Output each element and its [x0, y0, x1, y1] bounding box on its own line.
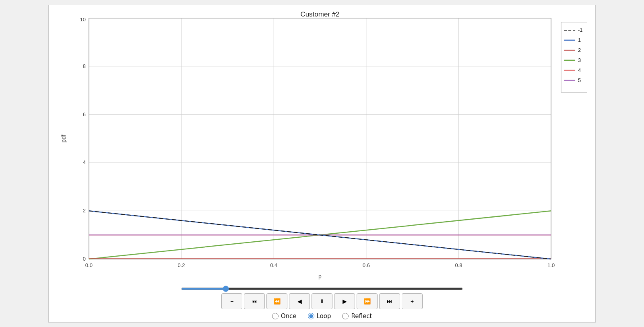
step-back-button[interactable]: ⏪	[266, 293, 287, 309]
radio-once-label: Once	[281, 313, 297, 320]
radio-option-loop[interactable]: Loop	[308, 313, 331, 320]
y-axis-label: pdf	[60, 134, 67, 142]
x-tick-0.0: 0.0	[85, 262, 93, 268]
play-button[interactable]: ▶	[334, 293, 355, 309]
radio-loop-label: Loop	[317, 313, 331, 320]
radio-once[interactable]	[272, 313, 279, 319]
y-tick-8: 8	[83, 63, 86, 69]
chart-area: Customer #2 pdf p 0 2 4 6 8 10 0.0 0.2	[57, 9, 587, 284]
x-tick-0.4: 0.4	[270, 262, 277, 268]
svg-rect-0	[89, 18, 551, 259]
legend-2: 2	[578, 47, 581, 53]
x-tick-0.6: 0.6	[363, 262, 370, 268]
minus-button[interactable]: −	[221, 293, 242, 309]
skip-to-start-button[interactable]: ⏮	[244, 293, 265, 309]
legend-neg1: -1	[578, 27, 583, 33]
step-forward-button[interactable]: ⏩	[357, 293, 378, 309]
legend-1: 1	[578, 37, 581, 43]
chart-svg: Customer #2 pdf p 0 2 4 6 8 10 0.0 0.2	[57, 9, 587, 284]
radio-reflect-label: Reflect	[351, 313, 372, 320]
slider-container	[181, 288, 463, 290]
y-tick-0: 0	[83, 256, 86, 262]
radio-row: Once Loop Reflect	[272, 313, 372, 320]
y-tick-10: 10	[80, 16, 85, 22]
svg-rect-14	[561, 22, 587, 92]
chart-title: Customer #2	[300, 10, 339, 18]
plus-button[interactable]: +	[402, 293, 423, 309]
legend-5: 5	[578, 77, 581, 83]
x-tick-0.8: 0.8	[455, 262, 462, 268]
legend-4: 4	[578, 67, 581, 73]
controls-area: − ⏮ ⏪ ◀ ⏸ ▶ ⏩ ⏭ + Once Loop Reflect	[57, 284, 587, 320]
legend-3: 3	[578, 57, 581, 63]
pause-button[interactable]: ⏸	[312, 293, 332, 309]
x-tick-1.0: 1.0	[547, 262, 555, 268]
radio-option-reflect[interactable]: Reflect	[342, 313, 372, 320]
radio-loop[interactable]	[308, 313, 314, 319]
animation-slider[interactable]	[181, 288, 463, 290]
back-button[interactable]: ◀	[289, 293, 310, 309]
radio-reflect[interactable]	[342, 313, 349, 319]
main-container: Customer #2 pdf p 0 2 4 6 8 10 0.0 0.2	[48, 5, 596, 323]
x-axis-label: p	[318, 273, 322, 279]
skip-to-end-button[interactable]: ⏭	[379, 293, 400, 309]
y-tick-2: 2	[83, 208, 86, 214]
y-tick-4: 4	[83, 159, 86, 165]
y-tick-6: 6	[83, 111, 86, 117]
x-tick-0.2: 0.2	[178, 262, 185, 268]
radio-option-once[interactable]: Once	[272, 313, 297, 320]
buttons-row: − ⏮ ⏪ ◀ ⏸ ▶ ⏩ ⏭ +	[221, 293, 423, 309]
